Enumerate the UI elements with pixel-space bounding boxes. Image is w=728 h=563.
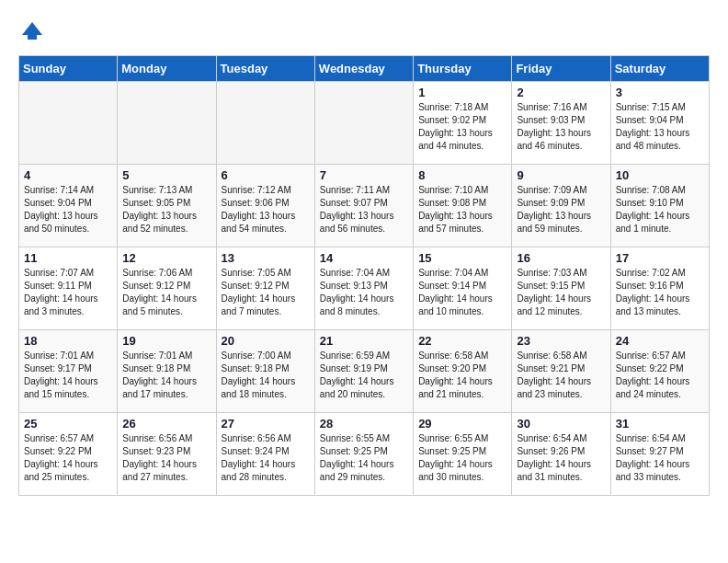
day-info: Sunrise: 7:11 AMSunset: 9:07 PMDaylight:… <box>320 184 408 236</box>
day-info: Sunrise: 6:58 AMSunset: 9:21 PMDaylight:… <box>517 350 605 401</box>
day-info: Sunrise: 7:12 AMSunset: 9:06 PMDaylight:… <box>222 184 310 236</box>
calendar-cell: 29Sunrise: 6:55 AMSunset: 9:25 PMDayligh… <box>414 413 512 496</box>
day-number: 25 <box>24 417 112 431</box>
svg-marker-0 <box>22 22 42 35</box>
day-number: 5 <box>122 168 210 182</box>
weekday-header-row: SundayMondayTuesdayWednesdayThursdayFrid… <box>19 56 710 82</box>
page-header <box>18 18 710 46</box>
logo <box>18 18 50 46</box>
calendar-cell: 10Sunrise: 7:08 AMSunset: 9:10 PMDayligh… <box>610 165 709 247</box>
calendar-cell: 18Sunrise: 7:01 AMSunset: 9:17 PMDayligh… <box>19 330 118 413</box>
day-info: Sunrise: 7:13 AMSunset: 9:05 PMDaylight:… <box>122 184 210 236</box>
day-number: 1 <box>418 86 506 99</box>
day-info: Sunrise: 7:05 AMSunset: 9:12 PMDaylight:… <box>222 267 310 318</box>
day-info: Sunrise: 7:16 AMSunset: 9:03 PMDaylight:… <box>517 101 605 153</box>
day-number: 19 <box>122 334 210 348</box>
calendar-table: SundayMondayTuesdayWednesdayThursdayFrid… <box>18 55 710 496</box>
day-number: 10 <box>616 168 704 182</box>
day-number: 20 <box>222 334 310 348</box>
day-number: 15 <box>418 251 506 265</box>
day-number: 17 <box>616 251 704 265</box>
calendar-week-row: 4Sunrise: 7:14 AMSunset: 9:04 PMDaylight… <box>19 165 710 247</box>
calendar-week-row: 11Sunrise: 7:07 AMSunset: 9:11 PMDayligh… <box>19 247 710 330</box>
day-number: 6 <box>222 168 310 182</box>
calendar-cell: 23Sunrise: 6:58 AMSunset: 9:21 PMDayligh… <box>512 330 610 413</box>
day-number: 21 <box>320 334 408 348</box>
day-number: 30 <box>517 417 605 431</box>
calendar-cell: 19Sunrise: 7:01 AMSunset: 9:18 PMDayligh… <box>118 330 216 413</box>
weekday-header-monday: Monday <box>118 56 216 82</box>
calendar-cell: 27Sunrise: 6:56 AMSunset: 9:24 PMDayligh… <box>216 413 314 496</box>
day-info: Sunrise: 6:57 AMSunset: 9:22 PMDaylight:… <box>24 432 112 484</box>
calendar-cell: 17Sunrise: 7:02 AMSunset: 9:16 PMDayligh… <box>610 247 709 330</box>
weekday-header-friday: Friday <box>512 56 610 82</box>
day-info: Sunrise: 7:01 AMSunset: 9:18 PMDaylight:… <box>122 350 210 401</box>
day-info: Sunrise: 7:07 AMSunset: 9:11 PMDaylight:… <box>24 267 112 318</box>
svg-rect-1 <box>28 35 37 40</box>
calendar-cell: 9Sunrise: 7:09 AMSunset: 9:09 PMDaylight… <box>512 165 610 247</box>
day-number: 4 <box>24 168 112 182</box>
calendar-cell: 2Sunrise: 7:16 AMSunset: 9:03 PMDaylight… <box>512 82 610 165</box>
calendar-cell: 7Sunrise: 7:11 AMSunset: 9:07 PMDaylight… <box>314 165 413 247</box>
day-number: 11 <box>24 251 112 265</box>
day-number: 18 <box>24 334 112 348</box>
day-info: Sunrise: 7:00 AMSunset: 9:18 PMDaylight:… <box>222 350 310 401</box>
calendar-cell: 5Sunrise: 7:13 AMSunset: 9:05 PMDaylight… <box>118 165 216 247</box>
calendar-cell <box>216 82 314 165</box>
calendar-cell: 11Sunrise: 7:07 AMSunset: 9:11 PMDayligh… <box>19 247 118 330</box>
weekday-header-saturday: Saturday <box>610 56 709 82</box>
day-number: 31 <box>616 417 704 431</box>
calendar-cell: 24Sunrise: 6:57 AMSunset: 9:22 PMDayligh… <box>610 330 709 413</box>
day-info: Sunrise: 6:58 AMSunset: 9:20 PMDaylight:… <box>418 350 506 401</box>
day-number: 22 <box>418 334 506 348</box>
day-number: 13 <box>222 251 310 265</box>
day-number: 26 <box>122 417 210 431</box>
day-info: Sunrise: 7:09 AMSunset: 9:09 PMDaylight:… <box>517 184 605 236</box>
day-info: Sunrise: 6:56 AMSunset: 9:23 PMDaylight:… <box>122 432 210 484</box>
day-info: Sunrise: 7:14 AMSunset: 9:04 PMDaylight:… <box>24 184 112 236</box>
logo-icon <box>18 18 46 46</box>
calendar-cell: 21Sunrise: 6:59 AMSunset: 9:19 PMDayligh… <box>314 330 413 413</box>
calendar-cell: 20Sunrise: 7:00 AMSunset: 9:18 PMDayligh… <box>216 330 314 413</box>
day-info: Sunrise: 7:10 AMSunset: 9:08 PMDaylight:… <box>418 184 506 236</box>
day-info: Sunrise: 7:03 AMSunset: 9:15 PMDaylight:… <box>517 267 605 318</box>
weekday-header-wednesday: Wednesday <box>314 56 413 82</box>
calendar-cell: 3Sunrise: 7:15 AMSunset: 9:04 PMDaylight… <box>610 82 709 165</box>
day-info: Sunrise: 7:08 AMSunset: 9:10 PMDaylight:… <box>616 184 704 236</box>
calendar-cell: 15Sunrise: 7:04 AMSunset: 9:14 PMDayligh… <box>414 247 512 330</box>
day-info: Sunrise: 6:59 AMSunset: 9:19 PMDaylight:… <box>320 350 408 401</box>
day-number: 3 <box>616 86 704 99</box>
calendar-cell: 30Sunrise: 6:54 AMSunset: 9:26 PMDayligh… <box>512 413 610 496</box>
calendar-cell: 25Sunrise: 6:57 AMSunset: 9:22 PMDayligh… <box>19 413 118 496</box>
day-info: Sunrise: 6:55 AMSunset: 9:25 PMDaylight:… <box>320 432 408 484</box>
calendar-cell <box>118 82 216 165</box>
calendar-cell: 31Sunrise: 6:54 AMSunset: 9:27 PMDayligh… <box>610 413 709 496</box>
day-info: Sunrise: 7:15 AMSunset: 9:04 PMDaylight:… <box>616 101 704 153</box>
calendar-cell: 6Sunrise: 7:12 AMSunset: 9:06 PMDaylight… <box>216 165 314 247</box>
day-info: Sunrise: 7:06 AMSunset: 9:12 PMDaylight:… <box>122 267 210 318</box>
calendar-cell: 13Sunrise: 7:05 AMSunset: 9:12 PMDayligh… <box>216 247 314 330</box>
calendar-cell: 4Sunrise: 7:14 AMSunset: 9:04 PMDaylight… <box>19 165 118 247</box>
day-number: 7 <box>320 168 408 182</box>
day-number: 28 <box>320 417 408 431</box>
weekday-header-thursday: Thursday <box>414 56 512 82</box>
day-number: 14 <box>320 251 408 265</box>
weekday-header-tuesday: Tuesday <box>216 56 314 82</box>
calendar-cell: 1Sunrise: 7:18 AMSunset: 9:02 PMDaylight… <box>414 82 512 165</box>
day-info: Sunrise: 6:56 AMSunset: 9:24 PMDaylight:… <box>222 432 310 484</box>
day-number: 2 <box>517 86 605 99</box>
day-number: 24 <box>616 334 704 348</box>
calendar-cell: 26Sunrise: 6:56 AMSunset: 9:23 PMDayligh… <box>118 413 216 496</box>
calendar-week-row: 25Sunrise: 6:57 AMSunset: 9:22 PMDayligh… <box>19 413 710 496</box>
day-number: 29 <box>418 417 506 431</box>
day-info: Sunrise: 7:02 AMSunset: 9:16 PMDaylight:… <box>616 267 704 318</box>
calendar-cell: 28Sunrise: 6:55 AMSunset: 9:25 PMDayligh… <box>314 413 413 496</box>
day-info: Sunrise: 6:57 AMSunset: 9:22 PMDaylight:… <box>616 350 704 401</box>
calendar-cell: 16Sunrise: 7:03 AMSunset: 9:15 PMDayligh… <box>512 247 610 330</box>
calendar-cell <box>314 82 413 165</box>
day-number: 27 <box>222 417 310 431</box>
day-info: Sunrise: 6:54 AMSunset: 9:27 PMDaylight:… <box>616 432 704 484</box>
calendar-week-row: 1Sunrise: 7:18 AMSunset: 9:02 PMDaylight… <box>19 82 710 165</box>
day-info: Sunrise: 7:04 AMSunset: 9:13 PMDaylight:… <box>320 267 408 318</box>
calendar-cell: 8Sunrise: 7:10 AMSunset: 9:08 PMDaylight… <box>414 165 512 247</box>
